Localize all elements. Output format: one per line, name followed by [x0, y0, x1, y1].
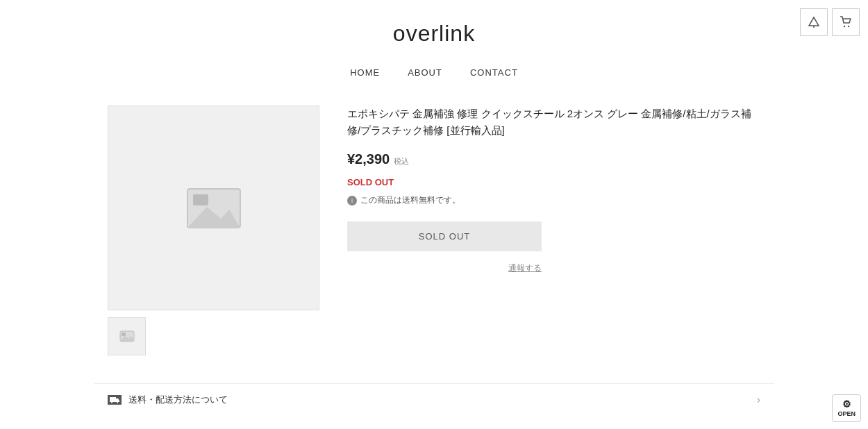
- open-badge[interactable]: ⚙ OPEN: [832, 394, 861, 416]
- product-image-placeholder-icon: [186, 187, 242, 229]
- shipping-label: 送料・配送方法について: [128, 394, 228, 406]
- top-icons-area: [800, 8, 860, 36]
- product-price-row: ¥2,390 税込: [347, 151, 760, 167]
- product-tax-label: 税込: [394, 156, 409, 167]
- sold-out-button: SOLD OUT: [347, 221, 542, 251]
- cart-button[interactable]: [832, 8, 860, 36]
- thumbnail-placeholder-icon: [119, 330, 135, 342]
- info-icon: i: [347, 196, 357, 205]
- svg-rect-10: [110, 397, 116, 402]
- shipping-section: 送料・配送方法について ›: [94, 383, 774, 416]
- notification-icon: [808, 16, 820, 28]
- open-badge-icon: ⚙: [842, 398, 851, 410]
- svg-point-2: [844, 26, 845, 27]
- sold-out-status: SOLD OUT: [347, 177, 760, 187]
- product-thumbnail[interactable]: [108, 317, 146, 355]
- shipping-left: 送料・配送方法について: [108, 394, 228, 406]
- site-title: overlink: [0, 21, 868, 47]
- product-title: エポキシパテ 金属補強 修理 クイックスチール 2オンス グレー 金属補修/粘土…: [347, 106, 760, 139]
- product-info: エポキシパテ 金属補強 修理 クイックスチール 2オンス グレー 金属補修/粘土…: [347, 106, 760, 355]
- site-header: overlink: [0, 0, 868, 53]
- svg-point-3: [848, 26, 849, 27]
- nav-home[interactable]: HOME: [350, 67, 380, 78]
- product-price: ¥2,390: [347, 151, 390, 167]
- shipping-row[interactable]: 送料・配送方法について ›: [108, 384, 760, 416]
- product-images: [108, 106, 319, 355]
- nav-about[interactable]: ABOUT: [408, 67, 442, 78]
- site-nav: HOME ABOUT CONTACT: [0, 53, 868, 99]
- svg-rect-5: [193, 194, 208, 205]
- svg-point-12: [117, 402, 118, 403]
- chevron-right-icon: ›: [757, 394, 760, 406]
- product-container: エポキシパテ 金属補強 修理 クイックスチール 2オンス グレー 金属補修/粘土…: [94, 99, 774, 383]
- nav-contact[interactable]: CONTACT: [470, 67, 518, 78]
- cart-icon: [840, 16, 852, 28]
- free-shipping-text: この商品は送料無料です。: [360, 194, 460, 206]
- svg-point-11: [111, 402, 112, 403]
- open-badge-label: OPEN: [837, 410, 856, 416]
- svg-marker-0: [809, 17, 819, 26]
- product-main-image: [108, 106, 319, 310]
- report-link[interactable]: 通報する: [347, 262, 542, 274]
- notification-button[interactable]: [800, 8, 828, 36]
- truck-icon: [108, 395, 122, 405]
- svg-rect-8: [122, 333, 126, 336]
- free-shipping-row: i この商品は送料無料です。: [347, 194, 760, 206]
